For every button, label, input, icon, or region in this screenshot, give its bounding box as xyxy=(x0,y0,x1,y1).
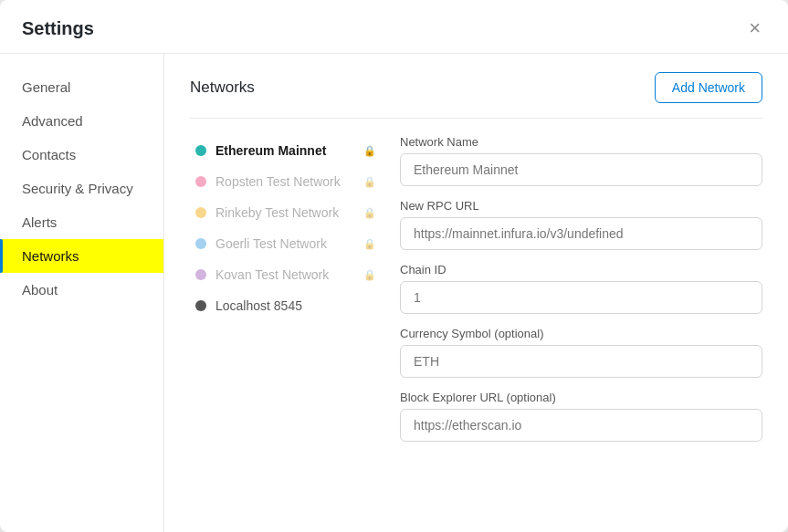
sidebar-item-contacts[interactable]: Contacts xyxy=(0,138,163,172)
block-explorer-input[interactable] xyxy=(400,409,762,442)
close-button[interactable]: × xyxy=(743,16,766,40)
chain-id-label: Chain ID xyxy=(400,263,762,276)
network-dot-localhost xyxy=(195,300,206,311)
sidebar: GeneralAdvancedContactsSecurity & Privac… xyxy=(0,54,164,532)
lock-icon-kovan: 🔒 xyxy=(363,269,376,281)
sidebar-item-about[interactable]: About xyxy=(0,273,163,307)
network-dot-ropsten xyxy=(195,176,206,187)
network-name-group: Network Name xyxy=(400,135,762,186)
settings-modal: Settings × GeneralAdvancedContactsSecuri… xyxy=(0,0,788,532)
networks-panel: Ethereum Mainnet🔒Ropsten Test Network🔒Ri… xyxy=(190,135,762,454)
block-explorer-label: Block Explorer URL (optional) xyxy=(400,391,762,404)
chain-id-group: Chain ID xyxy=(400,263,762,314)
network-dot-goerli xyxy=(195,238,206,249)
network-item-localhost[interactable]: Localhost 8545 xyxy=(190,290,382,321)
currency-symbol-input[interactable] xyxy=(400,345,762,378)
sidebar-item-security-privacy[interactable]: Security & Privacy xyxy=(0,172,163,205)
network-item-ethereum-mainnet[interactable]: Ethereum Mainnet🔒 xyxy=(190,135,382,166)
network-name-rinkeby: Rinkeby Test Network xyxy=(215,205,352,220)
page-title: Networks xyxy=(190,78,255,97)
modal-body: GeneralAdvancedContactsSecurity & Privac… xyxy=(0,54,788,532)
lock-icon-ropsten: 🔒 xyxy=(363,176,376,188)
network-dot-kovan xyxy=(195,269,206,280)
sidebar-item-networks[interactable]: Networks xyxy=(0,239,163,273)
modal-header: Settings × xyxy=(0,0,788,54)
network-dot-ethereum-mainnet xyxy=(195,145,206,156)
network-list: Ethereum Mainnet🔒Ropsten Test Network🔒Ri… xyxy=(190,135,400,454)
main-header: Networks Add Network xyxy=(190,72,762,103)
sidebar-item-alerts[interactable]: Alerts xyxy=(0,205,163,239)
rpc-url-label: New RPC URL xyxy=(400,199,762,213)
network-form: Network Name New RPC URL Chain ID Curren… xyxy=(400,135,762,454)
chain-id-input[interactable] xyxy=(400,281,762,314)
network-item-kovan[interactable]: Kovan Test Network🔒 xyxy=(190,259,382,290)
network-name-ethereum-mainnet: Ethereum Mainnet xyxy=(215,143,352,158)
header-divider xyxy=(190,118,762,119)
network-name-input[interactable] xyxy=(400,153,762,186)
currency-symbol-label: Currency Symbol (optional) xyxy=(400,327,762,340)
rpc-url-group: New RPC URL xyxy=(400,199,762,250)
lock-icon-rinkeby: 🔒 xyxy=(363,207,376,219)
sidebar-item-general[interactable]: General xyxy=(0,70,163,104)
lock-icon-goerli: 🔒 xyxy=(363,238,376,250)
main-content: Networks Add Network Ethereum Mainnet🔒Ro… xyxy=(164,54,788,532)
block-explorer-group: Block Explorer URL (optional) xyxy=(400,391,762,442)
network-name-kovan: Kovan Test Network xyxy=(215,267,352,282)
network-item-rinkeby[interactable]: Rinkeby Test Network🔒 xyxy=(190,197,382,228)
network-dot-rinkeby xyxy=(195,207,206,218)
add-network-button[interactable]: Add Network xyxy=(655,72,762,103)
network-name-label: Network Name xyxy=(400,135,762,149)
network-name-localhost: Localhost 8545 xyxy=(215,298,376,313)
modal-title: Settings xyxy=(22,18,94,39)
network-name-goerli: Goerli Test Network xyxy=(215,236,352,251)
lock-icon-ethereum-mainnet: 🔒 xyxy=(363,145,376,157)
currency-symbol-group: Currency Symbol (optional) xyxy=(400,327,762,378)
network-item-goerli[interactable]: Goerli Test Network🔒 xyxy=(190,228,382,259)
network-name-ropsten: Ropsten Test Network xyxy=(215,174,352,189)
rpc-url-input[interactable] xyxy=(400,217,762,250)
sidebar-item-advanced[interactable]: Advanced xyxy=(0,104,163,138)
network-item-ropsten[interactable]: Ropsten Test Network🔒 xyxy=(190,166,382,197)
